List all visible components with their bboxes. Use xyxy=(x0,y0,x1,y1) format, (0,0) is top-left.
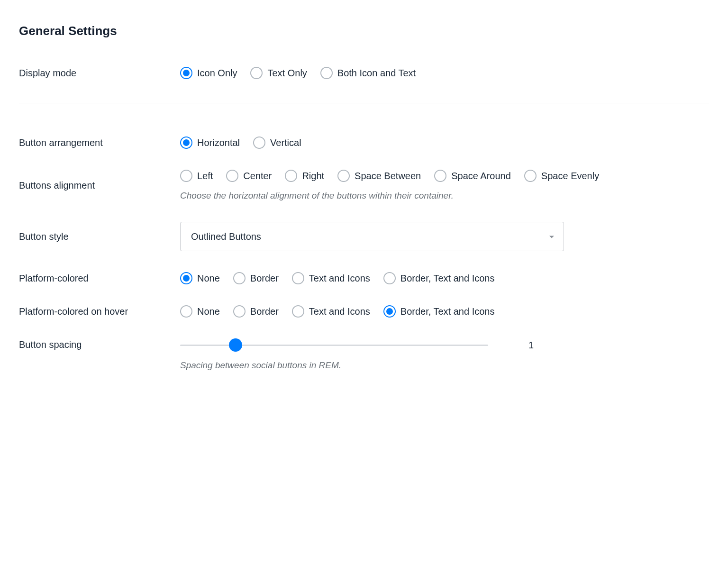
slider-thumb[interactable] xyxy=(229,338,242,352)
radio-label: Text Only xyxy=(267,68,307,79)
platform-colored-hover-option-none[interactable]: None xyxy=(180,305,220,318)
field-buttons-alignment: Buttons alignment Left Center Right Spac… xyxy=(19,170,709,201)
radio-label: Horizontal xyxy=(197,137,240,148)
radio-icon xyxy=(180,272,192,284)
button-arrangement-label: Button arrangement xyxy=(19,136,180,148)
platform-colored-option-text-and-icons[interactable]: Text and Icons xyxy=(292,272,370,284)
radio-icon xyxy=(320,67,333,79)
radio-icon xyxy=(233,272,246,284)
display-mode-radio-group: Icon Only Text Only Both Icon and Text xyxy=(180,67,709,79)
field-button-spacing: Button spacing 1 Spacing between social … xyxy=(19,338,709,371)
buttons-alignment-option-left[interactable]: Left xyxy=(180,170,213,182)
platform-colored-hover-label: Platform-colored on hover xyxy=(19,305,180,317)
radio-icon xyxy=(292,272,304,284)
button-arrangement-option-horizontal[interactable]: Horizontal xyxy=(180,136,240,149)
platform-colored-option-none[interactable]: None xyxy=(180,272,220,284)
radio-label: Border xyxy=(250,273,279,284)
radio-icon xyxy=(292,305,304,318)
button-spacing-slider[interactable] xyxy=(180,338,488,352)
buttons-alignment-option-center[interactable]: Center xyxy=(226,170,272,182)
platform-colored-hover-option-text-and-icons[interactable]: Text and Icons xyxy=(292,305,370,318)
radio-icon xyxy=(285,170,297,182)
platform-colored-label: Platform-colored xyxy=(19,272,180,284)
display-mode-option-text-only[interactable]: Text Only xyxy=(250,67,307,79)
button-arrangement-option-vertical[interactable]: Vertical xyxy=(253,136,301,149)
field-platform-colored: Platform-colored None Border Text and Ic… xyxy=(19,272,709,284)
buttons-alignment-option-right[interactable]: Right xyxy=(285,170,324,182)
field-platform-colored-hover: Platform-colored on hover None Border Te… xyxy=(19,305,709,318)
field-display-mode: Display mode Icon Only Text Only Both Ic… xyxy=(19,67,709,79)
page-title: General Settings xyxy=(19,24,709,38)
radio-label: Text and Icons xyxy=(309,273,370,284)
radio-label: Center xyxy=(243,171,272,182)
radio-label: Space Between xyxy=(355,171,421,182)
button-arrangement-radio-group: Horizontal Vertical xyxy=(180,136,709,149)
buttons-alignment-option-space-evenly[interactable]: Space Evenly xyxy=(524,170,599,182)
buttons-alignment-radio-group: Left Center Right Space Between Space Ar… xyxy=(180,170,709,182)
buttons-alignment-helper: Choose the horizontal alignment of the b… xyxy=(180,191,709,201)
button-spacing-value: 1 xyxy=(515,340,534,351)
button-style-select[interactable]: Outlined Buttons xyxy=(180,222,564,251)
radio-icon xyxy=(337,170,350,182)
radio-label: Space Evenly xyxy=(541,171,599,182)
display-mode-option-both[interactable]: Both Icon and Text xyxy=(320,67,416,79)
display-mode-option-icon-only[interactable]: Icon Only xyxy=(180,67,237,79)
radio-icon xyxy=(180,170,192,182)
platform-colored-hover-option-border-text-and-icons[interactable]: Border, Text and Icons xyxy=(383,305,495,318)
platform-colored-radio-group: None Border Text and Icons Border, Text … xyxy=(180,272,709,284)
radio-icon xyxy=(524,170,537,182)
radio-icon xyxy=(226,170,238,182)
radio-icon xyxy=(434,170,446,182)
radio-icon xyxy=(180,67,192,79)
buttons-alignment-option-space-around[interactable]: Space Around xyxy=(434,170,511,182)
slider-track xyxy=(180,345,488,346)
radio-label: Border, Text and Icons xyxy=(400,273,495,284)
radio-label: Right xyxy=(302,171,324,182)
radio-label: Space Around xyxy=(451,171,511,182)
platform-colored-option-border[interactable]: Border xyxy=(233,272,279,284)
buttons-alignment-option-space-between[interactable]: Space Between xyxy=(337,170,421,182)
button-style-label: Button style xyxy=(19,231,180,242)
platform-colored-hover-option-border[interactable]: Border xyxy=(233,305,279,318)
radio-label: None xyxy=(197,273,220,284)
display-mode-label: Display mode xyxy=(19,67,180,79)
platform-colored-option-border-text-and-icons[interactable]: Border, Text and Icons xyxy=(383,272,495,284)
radio-label: Text and Icons xyxy=(309,306,370,317)
field-button-arrangement: Button arrangement Horizontal Vertical xyxy=(19,136,709,149)
radio-icon xyxy=(180,305,192,318)
radio-icon xyxy=(383,305,396,318)
section-divider xyxy=(19,103,709,103)
button-spacing-helper: Spacing between social buttons in REM. xyxy=(180,360,709,371)
radio-label: Left xyxy=(197,171,213,182)
radio-icon xyxy=(250,67,263,79)
radio-label: Border, Text and Icons xyxy=(400,306,495,317)
button-style-selected-value: Outlined Buttons xyxy=(191,231,261,242)
radio-icon xyxy=(180,136,192,149)
button-spacing-label: Button spacing xyxy=(19,338,180,350)
platform-colored-hover-radio-group: None Border Text and Icons Border, Text … xyxy=(180,305,709,318)
radio-label: Both Icon and Text xyxy=(337,68,416,79)
radio-label: None xyxy=(197,306,220,317)
radio-label: Vertical xyxy=(270,137,301,148)
radio-icon xyxy=(383,272,396,284)
radio-label: Border xyxy=(250,306,279,317)
radio-label: Icon Only xyxy=(197,68,237,79)
radio-icon xyxy=(253,136,265,149)
radio-icon xyxy=(233,305,246,318)
buttons-alignment-label: Buttons alignment xyxy=(19,180,180,191)
field-button-style: Button style Outlined Buttons xyxy=(19,222,709,251)
